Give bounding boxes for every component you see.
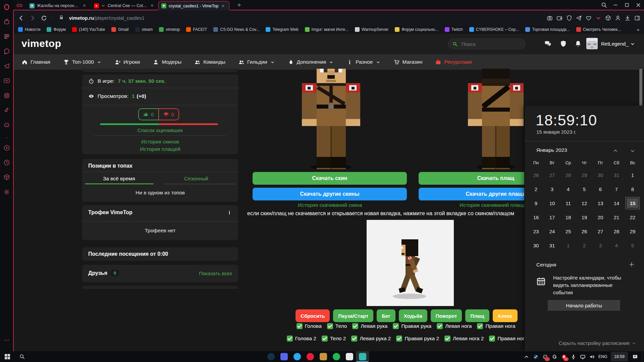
checkbox-checked-icon[interactable] [352,323,358,329]
pinned-collapse-chevron-icon[interactable] [595,15,602,21]
checkbox-checked-icon[interactable] [396,336,402,342]
tab-search-icon[interactable] [600,1,608,9]
checkbox-checked-icon[interactable] [437,323,443,329]
calendar-day[interactable]: 8 [625,182,641,196]
calendar-day[interactable]: 26 [576,224,592,238]
site-logo[interactable]: vimetop [21,38,61,49]
calendar-day-selected[interactable]: 15 [625,196,641,210]
nav-item-8[interactable]: Разное [346,59,380,65]
bookmark-item[interactable]: Imgur: магия Инте... [305,27,348,32]
nav-item-3[interactable]: Игроки [114,59,140,65]
skin-history-link[interactable]: История скинов [82,139,238,145]
downloads-icon[interactable] [624,15,631,21]
bookmark-item[interactable]: Twitch [445,27,463,32]
calendar-day[interactable]: 16 [528,210,544,224]
gx-corner-icon[interactable] [16,2,23,9]
calendar-get-started-button[interactable]: Начало работы [548,300,620,311]
profile-person-icon[interactable] [614,15,621,21]
tray-hidden-icons-chevron-icon[interactable] [523,354,530,360]
discord-icon[interactable] [3,121,10,129]
calendar-day[interactable]: 3 [544,182,560,196]
tray-steam-icon[interactable] [533,354,539,360]
calendar-day[interactable]: 14 [608,196,625,210]
part-toggle-2[interactable]: Правая рука 2 [396,336,439,342]
dock-opera-gx-icon[interactable] [304,351,317,362]
bookmarks-overflow-chevron[interactable]: » [637,27,639,32]
tray-discord-icon[interactable] [542,354,548,360]
calendar-day[interactable]: 31 [608,168,625,182]
calendar-day[interactable]: 12 [576,196,592,210]
calendar-day[interactable]: 1 [625,168,641,182]
bookmark-item[interactable]: FACEIT [186,27,207,32]
calendar-day[interactable]: 17 [544,210,560,224]
like-button[interactable]: 0 [138,108,159,120]
bell-icon[interactable] [574,40,582,48]
reload-icon[interactable] [40,14,48,22]
tab-3-active[interactable]: crystal_castles1 - VimeTop [158,1,229,10]
calendar-day[interactable]: 10 [544,196,560,210]
ellipsis-icon[interactable] [3,337,10,344]
calendar-day[interactable]: 21 [608,210,625,224]
history-clock-icon[interactable] [3,159,10,166]
search-input[interactable] [461,41,519,47]
viewer-button-1[interactable]: Сбросить [296,309,330,322]
calendar-day[interactable]: 2 [528,182,544,196]
bookmark-item[interactable]: (140) YouTube [72,27,105,32]
calendar-day[interactable]: 30 [592,168,608,182]
calendar-day[interactable]: 28 [560,168,576,182]
nav-item-10[interactable]: Ресурспаки [435,59,472,65]
user-avatar[interactable] [586,38,598,49]
checkbox-checked-icon[interactable] [477,323,483,329]
cape-history-link[interactable]: История плащей [82,146,238,152]
show-desktop-button[interactable] [642,351,644,362]
calendar-day[interactable]: 24 [544,224,560,238]
part-toggle[interactable]: Левая рука [352,323,387,329]
nav-item-1[interactable]: Главная [21,59,50,65]
calendar-day[interactable]: 3 [592,238,608,252]
show-all-friends-link[interactable]: Показать всех [199,270,232,276]
dislike-button[interactable]: 0 [159,108,179,120]
dock-folder-icon[interactable] [317,351,330,362]
calendar-day[interactable]: 22 [625,210,641,224]
send-to-device-icon[interactable] [576,15,582,21]
part-toggle[interactable]: Тело [327,323,347,329]
calendar-day[interactable]: 23 [528,224,544,238]
clock-date[interactable]: 15 января 2023 г. [536,129,576,135]
part-toggle-2[interactable]: Левая рука 2 [351,336,391,342]
viewer-button-5[interactable]: Поворот [431,309,462,322]
overflow-dots-icon[interactable] [50,14,54,22]
part-toggle-2[interactable]: Левая нога 2 [444,336,484,342]
heart-icon[interactable] [585,15,592,21]
tab-2[interactable]: Central Cee — Cold Sh [91,1,157,10]
calendar-day[interactable]: 6 [592,182,608,196]
wallet-icon[interactable] [556,15,563,21]
bookmark-item[interactable]: steam [135,27,153,32]
bookmark-item[interactable]: WarmupServer [355,27,388,32]
tab-1[interactable]: Жалобы на персонал - Vi [27,1,89,10]
part-toggle[interactable]: Голова [297,323,322,329]
vk-icon[interactable] [3,77,10,84]
bookmark-item[interactable]: Новости [18,27,40,32]
calendar-day[interactable]: 31 [544,238,560,252]
forward-icon[interactable] [29,14,36,22]
cape-downloads-history-link[interactable]: История скачиваний плаща [460,202,526,208]
shopping-bag-icon[interactable] [3,18,10,25]
user-menu-chevron-icon[interactable] [630,41,635,47]
tray-volume-icon[interactable] [589,354,595,360]
checkbox-checked-icon[interactable] [327,323,333,329]
tab-season[interactable]: Сезонный [184,176,208,182]
other-skins-button[interactable]: Скачать другие скины [253,188,407,200]
instagram-icon[interactable] [3,92,10,99]
dock-discord-icon[interactable] [277,351,290,362]
skin-3d-viewer[interactable] [367,220,454,306]
back-icon[interactable] [17,14,25,22]
nav-item-5[interactable]: Команды [194,59,225,65]
chat-bubble-icon[interactable] [3,48,10,55]
dock-telegram-icon[interactable] [290,351,304,362]
add-event-plus-icon[interactable] [628,261,635,268]
user-name[interactable]: RetLegend_ [601,41,629,47]
info-icon[interactable] [227,210,232,215]
tray-logitech-g-icon[interactable] [551,354,558,360]
tab-audio-icon[interactable] [101,4,105,8]
calendar-day[interactable]: 19 [576,210,592,224]
